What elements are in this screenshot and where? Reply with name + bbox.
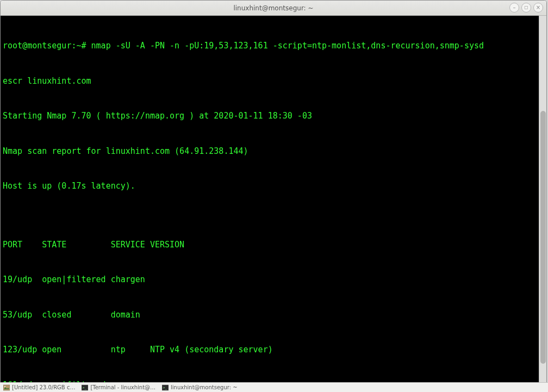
- terminal-viewport[interactable]: root@montsegur:~# nmap -sU -A -PN -n -pU…: [1, 16, 546, 390]
- close-button[interactable]: ×: [533, 3, 543, 13]
- prompt-line: root@montsegur:~# nmap -sU -A -PN -n -pU…: [3, 40, 544, 52]
- maximize-button[interactable]: ▢: [521, 3, 531, 13]
- terminal-icon: >_: [82, 384, 88, 391]
- taskbar-item-label: [Terminal - linuxhint@…: [90, 384, 155, 390]
- window-controls: – ▢ ×: [509, 3, 543, 13]
- svg-point-1: [4, 386, 5, 387]
- output-line: Host is up (0.17s latency).: [3, 181, 544, 192]
- output-line: Nmap scan report for linuxhint.com (64.9…: [3, 146, 544, 158]
- output-line: 53/udp closed domain: [3, 309, 544, 321]
- output-line: Starting Nmap 7.70 ( https://nmap.org ) …: [3, 110, 544, 122]
- terminal-icon: >_: [162, 384, 169, 391]
- image-icon: [3, 384, 10, 391]
- svg-rect-0: [3, 385, 10, 390]
- output-line: 19/udp open|filtered chargen: [3, 274, 544, 286]
- prompt: root@montsegur:~#: [3, 41, 91, 51]
- taskbar-item[interactable]: [Untitled] 23.0/RGB c…: [3, 384, 75, 391]
- taskbar-item-label: linuxhint@montsegur: ~: [171, 384, 238, 390]
- terminal-window: linuxhint@montsegur: ~ – ▢ × root@montse…: [0, 0, 547, 390]
- window-title: linuxhint@montsegur: ~: [233, 4, 313, 12]
- taskbar-item[interactable]: >_ linuxhint@montsegur: ~: [162, 384, 238, 391]
- svg-text:>_: >_: [83, 385, 87, 390]
- terminal-scrollbar[interactable]: [539, 16, 546, 390]
- output-line: PORT STATE SERVICE VERSION: [3, 239, 544, 251]
- taskbar-item-label: [Untitled] 23.0/RGB c…: [12, 384, 75, 390]
- output-line: escr linuxhint.com: [3, 76, 544, 88]
- output-line: 123/udp open ntp NTP v4 (secondary serve…: [3, 344, 544, 356]
- minimize-button[interactable]: –: [509, 3, 519, 13]
- scrollbar-thumb[interactable]: [540, 111, 546, 364]
- svg-text:>_: >_: [163, 385, 167, 390]
- desktop-taskbar: [Untitled] 23.0/RGB c… >_ [Terminal - li…: [0, 382, 548, 392]
- command-text: nmap -sU -A -PN -n -pU:19,53,123,161 -sc…: [91, 41, 484, 51]
- window-titlebar[interactable]: linuxhint@montsegur: ~ – ▢ ×: [1, 1, 546, 16]
- taskbar-item[interactable]: >_ [Terminal - linuxhint@…: [82, 384, 155, 391]
